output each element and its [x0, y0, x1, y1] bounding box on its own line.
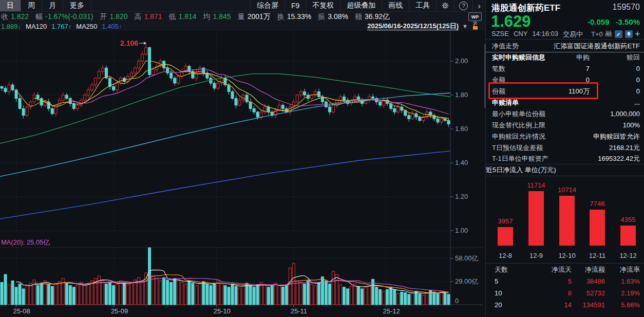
stat-amount: 额36.92亿: [355, 12, 390, 22]
stat-amplitude: 振3.08%: [318, 12, 348, 22]
table-row: 10 8 52732 2.19%: [486, 287, 644, 299]
menu-composite-screen[interactable]: 综合屏: [250, 0, 285, 11]
svg-text:25-09: 25-09: [111, 307, 128, 315]
date-range-selector[interactable]: 2025/06/16-2025/12/15(125日): [367, 22, 459, 30]
t1-asset-row: T-1日单位申赎资产 1695322.42元: [486, 153, 644, 164]
topbar-menu: 综合屏 F9 不复权 超级叠加 画线 工具 ? ›: [250, 0, 485, 11]
flow-bar-value: 11714: [521, 181, 552, 189]
svg-text:1.60: 1.60: [455, 125, 468, 133]
flow-bar-value: 10714: [552, 186, 582, 194]
quote-time: 14:16:03: [532, 30, 558, 39]
realtime-header-row: 实时申购赎回信息 申购 赎回: [486, 52, 644, 63]
tab-weekly[interactable]: 周: [21, 0, 42, 11]
flow-bar: [559, 196, 575, 246]
t-cash-row: T日预估现金差额 2168.21元: [486, 142, 644, 154]
svg-text:2.106: 2.106: [120, 39, 138, 47]
quote-meta: SZSE CNY 14:16:03 交易中: [491, 30, 583, 39]
cash-ratio-row: 现金替代比例上限 100%: [486, 120, 644, 131]
edit-button[interactable]: [615, 30, 622, 38]
more-icon[interactable]: ...: [634, 97, 640, 108]
exchange-label: SZSE: [491, 30, 509, 39]
flow-bar: [528, 191, 544, 246]
flow-bar-value: 4355: [613, 216, 643, 223]
flow-bar: [498, 227, 513, 246]
min-unit-row: 最小申赎单位份额 1,000,000: [486, 108, 644, 120]
svg-text:1.40: 1.40: [455, 159, 468, 166]
svg-text:25-08: 25-08: [13, 307, 30, 315]
price-change: -0.059: [588, 17, 610, 26]
add-watchlist-button[interactable]: +: [635, 30, 640, 38]
stat-close: 收1.822: [1, 12, 29, 22]
stat-high: 高1.871: [134, 12, 162, 22]
ma-legend-row: 1.889↓ MA120 1.767↑ MA250 1.405↑ 2025/06…: [0, 22, 485, 31]
topbar: 日 周 月 更多 综合屏 F9 不复权 超级叠加 画线 工具: [0, 0, 485, 31]
stat-open: 开1.820: [100, 12, 127, 22]
price-change-group: -0.059 -3.50%: [588, 17, 640, 26]
chevron-right-icon: ›: [478, 2, 481, 10]
last-price: 1.629: [491, 12, 531, 31]
ma250-label: MA250: [76, 23, 97, 30]
alert-button[interactable]: [625, 30, 633, 38]
svg-text:1.20: 1.20: [455, 193, 468, 200]
tab-more[interactable]: 更多: [63, 0, 91, 11]
stat-avg: 均1.845: [203, 12, 231, 22]
chart-region: 2.001.801.601.401.201.0058.00亿29.00亿025-…: [0, 31, 485, 317]
stat-low: 低1.814: [169, 12, 197, 22]
quote-stats-row: 收1.822 幅-1.67%(-0.031) 开1.820 高1.871 低1.…: [0, 12, 485, 22]
flow-bar: [620, 226, 636, 246]
t0-tag: T+0: [591, 30, 603, 38]
net-inflow-table: 天数 净流天 净流额 净流率 5 5 38486 1.63% 10 8 5273…: [486, 263, 644, 311]
ma120-label: MA120: [26, 23, 47, 30]
flow-bar-value: 7746: [582, 200, 613, 208]
stat-turnover: 换15.33%: [277, 12, 311, 22]
menu-f9[interactable]: F9: [285, 0, 306, 11]
svg-text:58.00亿: 58.00亿: [455, 254, 479, 262]
flow-bar-date: 12-12: [613, 252, 643, 259]
wp-button[interactable]: WP: [468, 12, 482, 24]
rt-count-row: 笔数 7 0: [486, 63, 644, 74]
svg-text:0: 0: [455, 297, 459, 305]
gear-icon: [441, 2, 449, 10]
topbar-row-periods: 日 周 月 更多 综合屏 F9 不复权 超级叠加 画线 工具: [0, 0, 485, 12]
ma-legend: 1.889↓ MA120 1.767↑ MA250 1.405↑: [1, 23, 122, 30]
wp-icon: WP: [468, 12, 482, 21]
expand-menu-button[interactable]: ›: [472, 0, 485, 11]
ma60-value: 1.889↓: [1, 23, 21, 30]
collapse-handle-icon[interactable]: »: [485, 164, 489, 172]
date-range-group: 2025/06/16-2025/12/15(125日) ▼: [367, 22, 479, 30]
stat-volume: 量2001万: [238, 12, 271, 22]
ma120-value: 1.767↑: [51, 23, 71, 30]
period-tabs: 日 周 月 更多: [0, 0, 91, 11]
volume-ma-label: MA(20): 25.05亿: [1, 238, 50, 247]
svg-text:2.00: 2.00: [455, 57, 468, 65]
table-row: 20 14 134591 5.66%: [486, 299, 644, 311]
flow-bar-date: 12-11: [582, 252, 613, 259]
nav-trend-row[interactable]: 净值走势 汇添富国证港股通创新药ETF: [486, 41, 644, 52]
dropdown-arrow-icon[interactable]: ▼: [462, 23, 468, 29]
flow-bar-date: 12-10: [552, 252, 582, 259]
tab-daily[interactable]: 日: [0, 0, 21, 11]
menu-super-overlay[interactable]: 超级叠加: [340, 0, 382, 11]
tab-monthly[interactable]: 月: [42, 0, 63, 11]
menu-tools[interactable]: 工具: [409, 0, 436, 11]
flow-bar: [590, 210, 605, 246]
candlestick-chart[interactable]: 2.001.801.601.401.201.0058.00亿29.00亿025-…: [0, 31, 485, 317]
flow-bar-value: 3957: [490, 217, 521, 225]
market-status: 交易中: [563, 30, 583, 39]
flow-section-header: 近5日净流入 单位(万元): [486, 164, 644, 176]
menu-no-adjust[interactable]: 不复权: [306, 0, 340, 11]
settings-button[interactable]: [436, 0, 454, 11]
table-row: 5 5 38486 1.63%: [486, 275, 644, 287]
svg-text:25-10: 25-10: [214, 307, 231, 315]
redemption-list-row[interactable]: 申赎清单 ...: [486, 97, 644, 108]
svg-text:1.00: 1.00: [455, 227, 468, 234]
pencil-icon: [616, 31, 621, 37]
table-header-row: 天数 净流天 净流额 净流率: [486, 264, 644, 275]
menu-draw-line[interactable]: 画线: [382, 0, 409, 11]
price-change-percent: -3.50%: [615, 17, 640, 26]
currency-label: CNY: [514, 30, 527, 39]
ma250-value: 1.405↑: [102, 23, 122, 30]
quote-tags: T+0 融 +: [591, 29, 640, 39]
allow-status-row: 申购赎回允许情况 申购赎回皆允许: [486, 131, 644, 142]
help-button[interactable]: ?: [454, 0, 472, 11]
